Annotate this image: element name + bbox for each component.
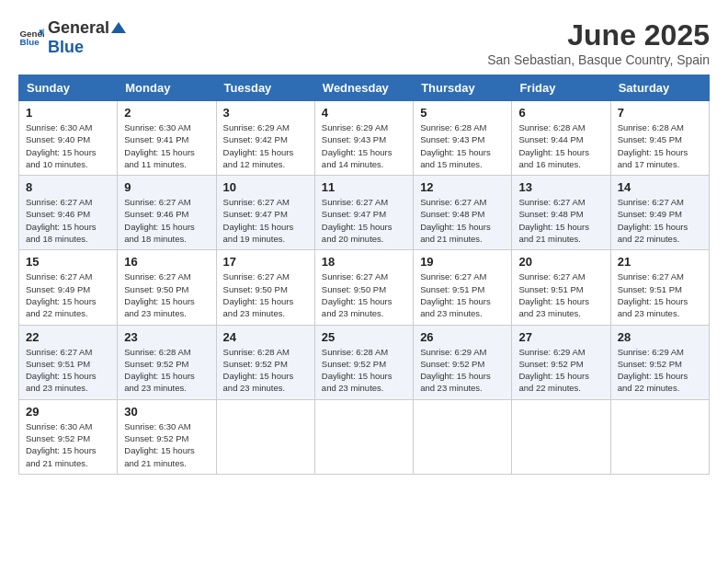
calendar-cell-14: 15Sunrise: 6:27 AM Sunset: 9:49 PM Dayli… [19, 250, 118, 325]
logo-text-blue: Blue [48, 38, 84, 56]
calendar-cell-7: 8Sunrise: 6:27 AM Sunset: 9:46 PM Daylig… [19, 176, 118, 250]
day-number: 21 [618, 255, 702, 269]
day-info: Sunrise: 6:30 AM Sunset: 9:52 PM Dayligh… [26, 420, 110, 469]
calendar-cell-27: 28Sunrise: 6:29 AM Sunset: 9:52 PM Dayli… [610, 325, 709, 399]
calendar-cell-30 [216, 399, 314, 474]
day-info: Sunrise: 6:27 AM Sunset: 9:46 PM Dayligh… [26, 196, 110, 245]
calendar-cell-22: 23Sunrise: 6:28 AM Sunset: 9:52 PM Dayli… [118, 325, 216, 399]
day-info: Sunrise: 6:28 AM Sunset: 9:45 PM Dayligh… [618, 121, 702, 170]
day-number: 19 [420, 255, 505, 269]
day-info: Sunrise: 6:29 AM Sunset: 9:52 PM Dayligh… [518, 346, 603, 395]
calendar-cell-4: 5Sunrise: 6:28 AM Sunset: 9:43 PM Daylig… [414, 101, 512, 176]
day-number: 20 [518, 255, 603, 269]
calendar-cell-13: 14Sunrise: 6:27 AM Sunset: 9:49 PM Dayli… [610, 176, 709, 250]
header-cell-saturday: Saturday [610, 75, 709, 101]
calendar-cell-5: 6Sunrise: 6:28 AM Sunset: 9:44 PM Daylig… [512, 101, 610, 176]
month-title: June 2025 [487, 18, 710, 52]
day-number: 8 [26, 180, 110, 194]
calendar-cell-20: 21Sunrise: 6:27 AM Sunset: 9:51 PM Dayli… [610, 250, 709, 325]
day-info: Sunrise: 6:29 AM Sunset: 9:52 PM Dayligh… [420, 346, 505, 395]
day-info: Sunrise: 6:27 AM Sunset: 9:50 PM Dayligh… [124, 270, 209, 319]
day-number: 11 [322, 180, 406, 194]
day-info: Sunrise: 6:30 AM Sunset: 9:40 PM Dayligh… [26, 121, 110, 170]
calendar-cell-12: 13Sunrise: 6:27 AM Sunset: 9:48 PM Dayli… [512, 176, 610, 250]
calendar-cell-33 [512, 399, 610, 474]
calendar-cell-34 [610, 399, 709, 474]
calendar-cell-19: 20Sunrise: 6:27 AM Sunset: 9:51 PM Dayli… [512, 250, 610, 325]
header-cell-monday: Monday [118, 75, 216, 101]
calendar-cell-9: 10Sunrise: 6:27 AM Sunset: 9:47 PM Dayli… [216, 176, 314, 250]
day-number: 7 [618, 106, 702, 120]
day-number: 1 [26, 106, 110, 120]
calendar-week-1: 1Sunrise: 6:30 AM Sunset: 9:40 PM Daylig… [19, 101, 710, 176]
calendar-cell-18: 19Sunrise: 6:27 AM Sunset: 9:51 PM Dayli… [414, 250, 512, 325]
day-info: Sunrise: 6:27 AM Sunset: 9:49 PM Dayligh… [618, 196, 702, 245]
calendar-cell-10: 11Sunrise: 6:27 AM Sunset: 9:47 PM Dayli… [314, 176, 413, 250]
calendar-cell-21: 22Sunrise: 6:27 AM Sunset: 9:51 PM Dayli… [19, 325, 118, 399]
calendar-cell-25: 26Sunrise: 6:29 AM Sunset: 9:52 PM Dayli… [414, 325, 512, 399]
day-number: 4 [322, 106, 406, 120]
day-info: Sunrise: 6:30 AM Sunset: 9:41 PM Dayligh… [124, 121, 209, 170]
day-info: Sunrise: 6:27 AM Sunset: 9:46 PM Dayligh… [124, 196, 209, 245]
day-number: 25 [322, 330, 406, 344]
day-number: 30 [124, 405, 209, 419]
day-info: Sunrise: 6:29 AM Sunset: 9:43 PM Dayligh… [322, 121, 406, 170]
day-info: Sunrise: 6:29 AM Sunset: 9:42 PM Dayligh… [223, 121, 308, 170]
svg-text:Blue: Blue [19, 37, 40, 47]
day-info: Sunrise: 6:28 AM Sunset: 9:52 PM Dayligh… [223, 346, 308, 395]
header-row: SundayMondayTuesdayWednesdayThursdayFrid… [19, 75, 710, 101]
day-info: Sunrise: 6:27 AM Sunset: 9:51 PM Dayligh… [420, 270, 505, 319]
location-title: San Sebastian, Basque Country, Spain [487, 52, 710, 67]
day-info: Sunrise: 6:27 AM Sunset: 9:51 PM Dayligh… [618, 270, 702, 319]
logo-text-general: General [48, 18, 109, 38]
day-number: 5 [420, 106, 505, 120]
calendar-cell-26: 27Sunrise: 6:29 AM Sunset: 9:52 PM Dayli… [512, 325, 610, 399]
day-number: 14 [618, 180, 702, 194]
day-info: Sunrise: 6:27 AM Sunset: 9:50 PM Dayligh… [322, 270, 406, 319]
calendar-table: SundayMondayTuesdayWednesdayThursdayFrid… [18, 75, 710, 475]
day-info: Sunrise: 6:28 AM Sunset: 9:43 PM Dayligh… [420, 121, 505, 170]
logo: General Blue General Blue [18, 18, 126, 57]
header-cell-wednesday: Wednesday [314, 75, 413, 101]
day-info: Sunrise: 6:27 AM Sunset: 9:48 PM Dayligh… [518, 196, 603, 245]
day-number: 15 [26, 255, 110, 269]
day-info: Sunrise: 6:27 AM Sunset: 9:47 PM Dayligh… [223, 196, 308, 245]
header-cell-thursday: Thursday [414, 75, 512, 101]
day-info: Sunrise: 6:29 AM Sunset: 9:52 PM Dayligh… [618, 346, 702, 395]
header-cell-friday: Friday [512, 75, 610, 101]
calendar-cell-11: 12Sunrise: 6:27 AM Sunset: 9:48 PM Dayli… [414, 176, 512, 250]
calendar-cell-32 [414, 399, 512, 474]
day-info: Sunrise: 6:28 AM Sunset: 9:44 PM Dayligh… [518, 121, 603, 170]
calendar-cell-2: 3Sunrise: 6:29 AM Sunset: 9:42 PM Daylig… [216, 101, 314, 176]
title-area: June 2025 San Sebastian, Basque Country,… [487, 18, 710, 67]
calendar-cell-16: 17Sunrise: 6:27 AM Sunset: 9:50 PM Dayli… [216, 250, 314, 325]
day-number: 28 [618, 330, 702, 344]
day-number: 27 [518, 330, 603, 344]
calendar-cell-0: 1Sunrise: 6:30 AM Sunset: 9:40 PM Daylig… [19, 101, 118, 176]
calendar-body: 1Sunrise: 6:30 AM Sunset: 9:40 PM Daylig… [19, 101, 710, 475]
calendar-cell-6: 7Sunrise: 6:28 AM Sunset: 9:45 PM Daylig… [610, 101, 709, 176]
day-info: Sunrise: 6:27 AM Sunset: 9:51 PM Dayligh… [26, 346, 110, 395]
calendar-cell-3: 4Sunrise: 6:29 AM Sunset: 9:43 PM Daylig… [314, 101, 413, 176]
day-number: 17 [223, 255, 308, 269]
calendar-cell-1: 2Sunrise: 6:30 AM Sunset: 9:41 PM Daylig… [118, 101, 216, 176]
day-info: Sunrise: 6:27 AM Sunset: 9:48 PM Dayligh… [420, 196, 505, 245]
calendar-week-2: 8Sunrise: 6:27 AM Sunset: 9:46 PM Daylig… [19, 176, 710, 250]
calendar-cell-8: 9Sunrise: 6:27 AM Sunset: 9:46 PM Daylig… [118, 176, 216, 250]
calendar-cell-17: 18Sunrise: 6:27 AM Sunset: 9:50 PM Dayli… [314, 250, 413, 325]
calendar-week-5: 29Sunrise: 6:30 AM Sunset: 9:52 PM Dayli… [19, 399, 710, 474]
day-info: Sunrise: 6:30 AM Sunset: 9:52 PM Dayligh… [124, 420, 209, 469]
day-number: 18 [322, 255, 406, 269]
logo-icon: General Blue [18, 25, 44, 51]
calendar-cell-23: 24Sunrise: 6:28 AM Sunset: 9:52 PM Dayli… [216, 325, 314, 399]
calendar-cell-28: 29Sunrise: 6:30 AM Sunset: 9:52 PM Dayli… [19, 399, 118, 474]
day-info: Sunrise: 6:27 AM Sunset: 9:51 PM Dayligh… [518, 270, 603, 319]
day-info: Sunrise: 6:28 AM Sunset: 9:52 PM Dayligh… [124, 346, 209, 395]
day-info: Sunrise: 6:27 AM Sunset: 9:50 PM Dayligh… [223, 270, 308, 319]
header-cell-sunday: Sunday [19, 75, 118, 101]
day-number: 26 [420, 330, 505, 344]
day-number: 13 [518, 180, 603, 194]
calendar-header: SundayMondayTuesdayWednesdayThursdayFrid… [19, 75, 710, 101]
day-number: 29 [26, 405, 110, 419]
page-header: General Blue General Blue June 2025 San … [18, 18, 710, 67]
